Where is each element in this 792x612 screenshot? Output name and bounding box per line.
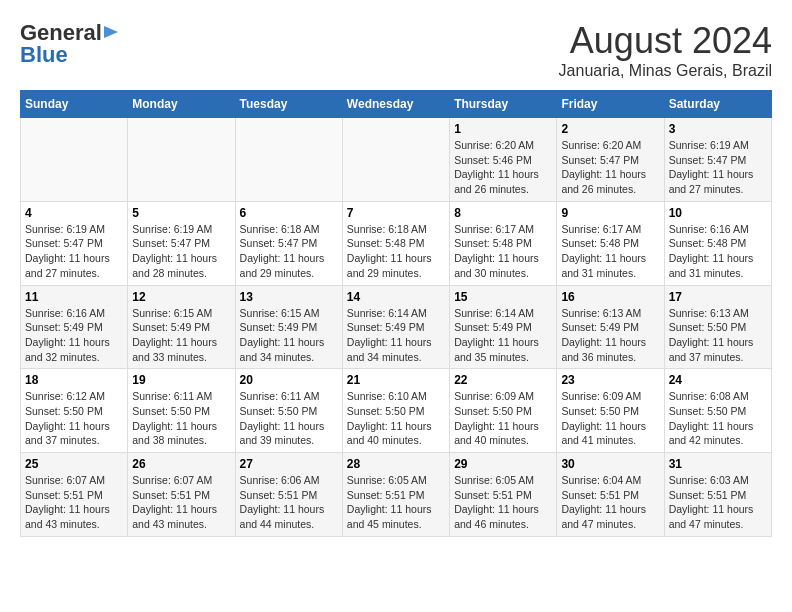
calendar-cell: 3Sunrise: 6:19 AM Sunset: 5:47 PM Daylig… (664, 118, 771, 202)
title-block: August 2024 Januaria, Minas Gerais, Braz… (559, 20, 772, 80)
day-number: 9 (561, 206, 659, 220)
calendar-cell: 17Sunrise: 6:13 AM Sunset: 5:50 PM Dayli… (664, 285, 771, 369)
calendar-cell (21, 118, 128, 202)
day-number: 2 (561, 122, 659, 136)
day-number: 14 (347, 290, 445, 304)
day-number: 16 (561, 290, 659, 304)
day-info: Sunrise: 6:07 AM Sunset: 5:51 PM Dayligh… (25, 473, 123, 532)
day-number: 8 (454, 206, 552, 220)
weekday-header: Wednesday (342, 91, 449, 118)
calendar-cell: 28Sunrise: 6:05 AM Sunset: 5:51 PM Dayli… (342, 453, 449, 537)
day-number: 12 (132, 290, 230, 304)
day-number: 6 (240, 206, 338, 220)
day-info: Sunrise: 6:12 AM Sunset: 5:50 PM Dayligh… (25, 389, 123, 448)
day-info: Sunrise: 6:14 AM Sunset: 5:49 PM Dayligh… (347, 306, 445, 365)
page-header: General Blue August 2024 Januaria, Minas… (20, 20, 772, 80)
day-number: 4 (25, 206, 123, 220)
logo-arrow-icon (104, 24, 120, 44)
calendar-cell: 9Sunrise: 6:17 AM Sunset: 5:48 PM Daylig… (557, 201, 664, 285)
day-info: Sunrise: 6:11 AM Sunset: 5:50 PM Dayligh… (132, 389, 230, 448)
day-number: 20 (240, 373, 338, 387)
day-info: Sunrise: 6:19 AM Sunset: 5:47 PM Dayligh… (132, 222, 230, 281)
logo: General Blue (20, 20, 120, 68)
calendar-cell: 29Sunrise: 6:05 AM Sunset: 5:51 PM Dayli… (450, 453, 557, 537)
day-info: Sunrise: 6:13 AM Sunset: 5:50 PM Dayligh… (669, 306, 767, 365)
calendar-cell: 6Sunrise: 6:18 AM Sunset: 5:47 PM Daylig… (235, 201, 342, 285)
day-info: Sunrise: 6:20 AM Sunset: 5:47 PM Dayligh… (561, 138, 659, 197)
calendar-week-row: 4Sunrise: 6:19 AM Sunset: 5:47 PM Daylig… (21, 201, 772, 285)
calendar-cell: 30Sunrise: 6:04 AM Sunset: 5:51 PM Dayli… (557, 453, 664, 537)
calendar-cell: 23Sunrise: 6:09 AM Sunset: 5:50 PM Dayli… (557, 369, 664, 453)
page-subtitle: Januaria, Minas Gerais, Brazil (559, 62, 772, 80)
calendar-cell: 16Sunrise: 6:13 AM Sunset: 5:49 PM Dayli… (557, 285, 664, 369)
day-number: 23 (561, 373, 659, 387)
calendar-cell: 13Sunrise: 6:15 AM Sunset: 5:49 PM Dayli… (235, 285, 342, 369)
day-info: Sunrise: 6:13 AM Sunset: 5:49 PM Dayligh… (561, 306, 659, 365)
calendar-cell: 31Sunrise: 6:03 AM Sunset: 5:51 PM Dayli… (664, 453, 771, 537)
day-info: Sunrise: 6:17 AM Sunset: 5:48 PM Dayligh… (454, 222, 552, 281)
day-number: 18 (25, 373, 123, 387)
day-info: Sunrise: 6:19 AM Sunset: 5:47 PM Dayligh… (25, 222, 123, 281)
day-number: 31 (669, 457, 767, 471)
day-info: Sunrise: 6:17 AM Sunset: 5:48 PM Dayligh… (561, 222, 659, 281)
calendar-cell (235, 118, 342, 202)
weekday-header: Thursday (450, 91, 557, 118)
calendar-cell: 8Sunrise: 6:17 AM Sunset: 5:48 PM Daylig… (450, 201, 557, 285)
calendar-week-row: 1Sunrise: 6:20 AM Sunset: 5:46 PM Daylig… (21, 118, 772, 202)
day-info: Sunrise: 6:07 AM Sunset: 5:51 PM Dayligh… (132, 473, 230, 532)
calendar-week-row: 25Sunrise: 6:07 AM Sunset: 5:51 PM Dayli… (21, 453, 772, 537)
calendar-header: SundayMondayTuesdayWednesdayThursdayFrid… (21, 91, 772, 118)
calendar-cell (342, 118, 449, 202)
calendar-cell: 10Sunrise: 6:16 AM Sunset: 5:48 PM Dayli… (664, 201, 771, 285)
day-number: 7 (347, 206, 445, 220)
day-info: Sunrise: 6:15 AM Sunset: 5:49 PM Dayligh… (132, 306, 230, 365)
day-info: Sunrise: 6:14 AM Sunset: 5:49 PM Dayligh… (454, 306, 552, 365)
calendar-cell: 25Sunrise: 6:07 AM Sunset: 5:51 PM Dayli… (21, 453, 128, 537)
calendar-week-row: 18Sunrise: 6:12 AM Sunset: 5:50 PM Dayli… (21, 369, 772, 453)
calendar-cell: 21Sunrise: 6:10 AM Sunset: 5:50 PM Dayli… (342, 369, 449, 453)
calendar-cell (128, 118, 235, 202)
calendar-cell: 4Sunrise: 6:19 AM Sunset: 5:47 PM Daylig… (21, 201, 128, 285)
day-number: 3 (669, 122, 767, 136)
day-info: Sunrise: 6:04 AM Sunset: 5:51 PM Dayligh… (561, 473, 659, 532)
day-number: 21 (347, 373, 445, 387)
day-number: 10 (669, 206, 767, 220)
day-number: 26 (132, 457, 230, 471)
day-number: 29 (454, 457, 552, 471)
calendar-body: 1Sunrise: 6:20 AM Sunset: 5:46 PM Daylig… (21, 118, 772, 537)
day-number: 24 (669, 373, 767, 387)
svg-marker-0 (104, 26, 118, 38)
calendar-cell: 2Sunrise: 6:20 AM Sunset: 5:47 PM Daylig… (557, 118, 664, 202)
calendar-cell: 1Sunrise: 6:20 AM Sunset: 5:46 PM Daylig… (450, 118, 557, 202)
day-number: 28 (347, 457, 445, 471)
day-number: 5 (132, 206, 230, 220)
calendar-cell: 11Sunrise: 6:16 AM Sunset: 5:49 PM Dayli… (21, 285, 128, 369)
calendar-cell: 5Sunrise: 6:19 AM Sunset: 5:47 PM Daylig… (128, 201, 235, 285)
day-number: 1 (454, 122, 552, 136)
logo-blue: Blue (20, 42, 68, 68)
calendar-week-row: 11Sunrise: 6:16 AM Sunset: 5:49 PM Dayli… (21, 285, 772, 369)
day-info: Sunrise: 6:09 AM Sunset: 5:50 PM Dayligh… (561, 389, 659, 448)
calendar-cell: 20Sunrise: 6:11 AM Sunset: 5:50 PM Dayli… (235, 369, 342, 453)
calendar-cell: 27Sunrise: 6:06 AM Sunset: 5:51 PM Dayli… (235, 453, 342, 537)
day-info: Sunrise: 6:05 AM Sunset: 5:51 PM Dayligh… (454, 473, 552, 532)
day-number: 27 (240, 457, 338, 471)
day-number: 25 (25, 457, 123, 471)
weekday-header: Saturday (664, 91, 771, 118)
day-info: Sunrise: 6:06 AM Sunset: 5:51 PM Dayligh… (240, 473, 338, 532)
day-info: Sunrise: 6:09 AM Sunset: 5:50 PM Dayligh… (454, 389, 552, 448)
day-number: 19 (132, 373, 230, 387)
day-number: 15 (454, 290, 552, 304)
day-info: Sunrise: 6:05 AM Sunset: 5:51 PM Dayligh… (347, 473, 445, 532)
day-info: Sunrise: 6:08 AM Sunset: 5:50 PM Dayligh… (669, 389, 767, 448)
calendar-cell: 12Sunrise: 6:15 AM Sunset: 5:49 PM Dayli… (128, 285, 235, 369)
day-number: 30 (561, 457, 659, 471)
calendar-cell: 26Sunrise: 6:07 AM Sunset: 5:51 PM Dayli… (128, 453, 235, 537)
day-info: Sunrise: 6:18 AM Sunset: 5:47 PM Dayligh… (240, 222, 338, 281)
weekday-header: Friday (557, 91, 664, 118)
weekday-header-row: SundayMondayTuesdayWednesdayThursdayFrid… (21, 91, 772, 118)
weekday-header: Monday (128, 91, 235, 118)
day-number: 11 (25, 290, 123, 304)
day-info: Sunrise: 6:18 AM Sunset: 5:48 PM Dayligh… (347, 222, 445, 281)
day-info: Sunrise: 6:03 AM Sunset: 5:51 PM Dayligh… (669, 473, 767, 532)
